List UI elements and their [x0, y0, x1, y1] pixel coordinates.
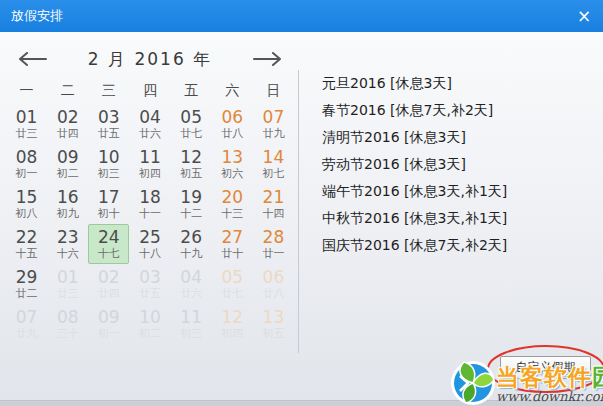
day-lunar-label: 初八 — [16, 207, 38, 221]
day-cell[interactable]: 03廿五 — [88, 104, 129, 144]
day-cell[interactable]: 05廿七 — [171, 104, 212, 144]
day-cell[interactable]: 01廿三 — [47, 264, 88, 304]
day-cell[interactable]: 26十九 — [171, 224, 212, 264]
day-number: 08 — [57, 307, 79, 327]
day-lunar-label: 廿六 — [180, 287, 202, 301]
day-number: 24 — [98, 227, 120, 247]
holiday-item[interactable]: 春节2016 [休息7天,补2天] — [322, 97, 507, 124]
day-lunar-label: 十九 — [180, 247, 202, 261]
weekday-header-row: 一二三四五六日 — [6, 78, 294, 104]
day-lunar-label: 廿七 — [180, 127, 202, 141]
day-cell[interactable]: 09初二 — [47, 144, 88, 184]
day-lunar-label: 廿一 — [262, 247, 284, 261]
day-lunar-label: 廿五 — [98, 127, 120, 141]
day-cell[interactable]: 19十二 — [171, 184, 212, 224]
day-cell[interactable]: 05廿七 — [212, 264, 253, 304]
day-cell[interactable]: 07廿九 — [253, 104, 294, 144]
day-cell[interactable]: 20十三 — [212, 184, 253, 224]
day-lunar-label: 初一 — [98, 327, 120, 341]
day-cell[interactable]: 09初一 — [88, 304, 129, 344]
day-lunar-label: 初二 — [139, 327, 161, 341]
day-cell[interactable]: 28廿一 — [253, 224, 294, 264]
day-cell[interactable]: 03廿五 — [129, 264, 170, 304]
day-number: 23 — [57, 227, 79, 247]
day-number: 14 — [263, 147, 285, 167]
day-cell[interactable]: 14初七 — [253, 144, 294, 184]
downkr-swirl-logo — [450, 358, 496, 406]
long-arrow-right-icon — [252, 52, 282, 66]
day-cell[interactable]: 06廿八 — [253, 264, 294, 304]
day-number: 27 — [221, 227, 243, 247]
calendar-header: 2 月 2016 年 — [16, 44, 284, 74]
day-cell[interactable]: 08三十 — [47, 304, 88, 344]
weekday-label: 五 — [171, 78, 212, 104]
day-cell[interactable]: 29廿二 — [6, 264, 47, 304]
day-cell[interactable]: 07廿九 — [6, 304, 47, 344]
day-number: 05 — [180, 107, 202, 127]
day-cell[interactable]: 21十四 — [253, 184, 294, 224]
day-number: 11 — [180, 307, 202, 327]
window-title: 放假安排 — [0, 7, 63, 25]
day-lunar-label: 初九 — [57, 207, 79, 221]
day-cell[interactable]: 13初六 — [212, 144, 253, 184]
day-cell[interactable]: 13初五 — [253, 304, 294, 344]
day-lunar-label: 廿六 — [139, 127, 161, 141]
day-cell[interactable]: 23十六 — [47, 224, 88, 264]
day-cell[interactable]: 06廿八 — [212, 104, 253, 144]
watermark-site-url: www.downkr.com — [496, 389, 603, 404]
watermark: 当客软件园 www.downkr.com — [450, 356, 603, 406]
day-cell[interactable]: 25十八 — [129, 224, 170, 264]
day-cell[interactable]: 11初四 — [129, 144, 170, 184]
close-icon[interactable]: × — [565, 0, 603, 32]
long-arrow-left-icon — [18, 52, 48, 66]
holiday-item[interactable]: 清明节2016 [休息3天] — [322, 124, 507, 151]
calendar-panel: 2 月 2016 年 一二三四五六日 01廿三02廿四03廿五04廿六05廿七0… — [6, 38, 294, 344]
day-lunar-label: 廿四 — [57, 127, 79, 141]
day-cell[interactable]: 16初九 — [47, 184, 88, 224]
day-cell[interactable]: 02廿四 — [47, 104, 88, 144]
day-cell[interactable]: 10初三 — [88, 144, 129, 184]
day-number: 06 — [263, 267, 285, 287]
day-cell[interactable]: 18十一 — [129, 184, 170, 224]
day-lunar-label: 初五 — [180, 167, 202, 181]
day-number: 03 — [98, 107, 120, 127]
day-lunar-label: 十五 — [16, 247, 38, 261]
day-cell[interactable]: 11初三 — [171, 304, 212, 344]
holiday-item[interactable]: 中秋节2016 [休息3天,补1天] — [322, 205, 507, 232]
day-number: 10 — [139, 307, 161, 327]
holiday-item[interactable]: 端午节2016 [休息3天,补1天] — [322, 178, 507, 205]
day-cell[interactable]: 08初一 — [6, 144, 47, 184]
day-cell[interactable]: 10初二 — [129, 304, 170, 344]
calendar-grid: 01廿三02廿四03廿五04廿六05廿七06廿八07廿九08初一09初二10初三… — [6, 104, 294, 344]
day-number: 22 — [16, 227, 38, 247]
day-cell[interactable]: 04廿六 — [171, 264, 212, 304]
prev-month-button[interactable] — [16, 48, 50, 70]
day-lunar-label: 廿八 — [262, 287, 284, 301]
day-cell-today[interactable]: 24十七 — [88, 224, 129, 264]
day-cell[interactable]: 12初五 — [171, 144, 212, 184]
day-lunar-label: 十二 — [180, 207, 202, 221]
day-cell[interactable]: 15初八 — [6, 184, 47, 224]
day-cell[interactable]: 01廿三 — [6, 104, 47, 144]
next-month-button[interactable] — [250, 48, 284, 70]
day-lunar-label: 廿三 — [57, 287, 79, 301]
day-number: 02 — [98, 267, 120, 287]
day-cell[interactable]: 22十五 — [6, 224, 47, 264]
day-cell[interactable]: 27廿十 — [212, 224, 253, 264]
day-number: 10 — [98, 147, 120, 167]
day-lunar-label: 初二 — [57, 167, 79, 181]
day-cell[interactable]: 02廿四 — [88, 264, 129, 304]
day-cell[interactable]: 04廿六 — [129, 104, 170, 144]
day-number: 20 — [221, 187, 243, 207]
day-number: 15 — [16, 187, 38, 207]
day-cell[interactable]: 12初四 — [212, 304, 253, 344]
day-number: 26 — [180, 227, 202, 247]
holiday-item[interactable]: 劳动节2016 [休息3天] — [322, 151, 507, 178]
holiday-item[interactable]: 元旦2016 [休息3天] — [322, 70, 507, 97]
day-lunar-label: 十四 — [262, 207, 284, 221]
day-cell[interactable]: 17初十 — [88, 184, 129, 224]
day-lunar-label: 三十 — [57, 327, 79, 341]
holiday-item[interactable]: 国庆节2016 [休息7天,补2天] — [322, 232, 507, 259]
day-number: 12 — [180, 147, 202, 167]
day-number: 04 — [180, 267, 202, 287]
